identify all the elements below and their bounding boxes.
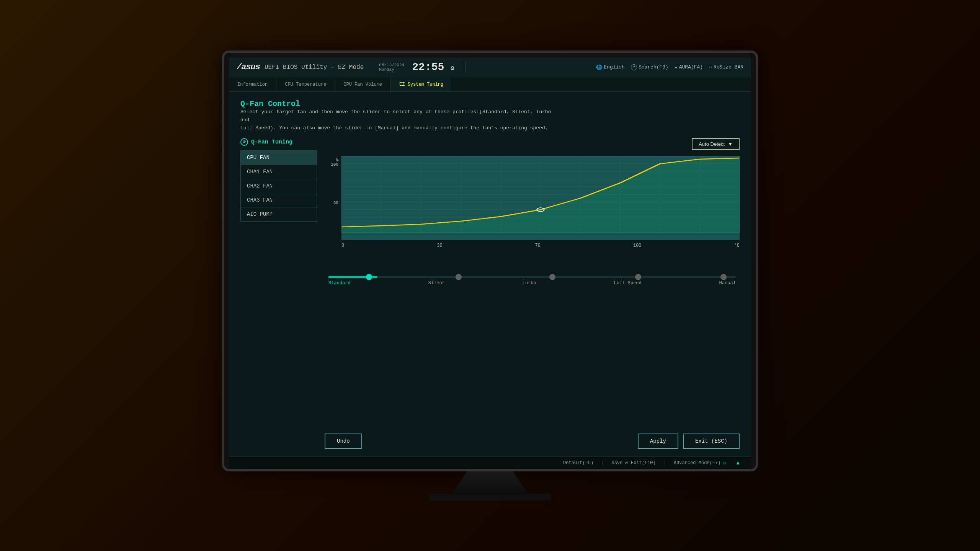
search-icon: ? [631,64,637,70]
slider-labels: Standard Silent Turbo Full Speed Manual [328,280,736,286]
x-unit-label: °C [734,243,740,248]
profile-label-turbo: Turbo [523,280,536,286]
qfan-icon: ⟳ [240,138,248,146]
language-button[interactable]: 🌐 English [596,64,625,70]
advanced-mode-icon: ⊡ [723,460,725,466]
date-display: 05/13/2024 Monday [379,63,404,72]
y-axis-labels: % 100 50 [325,156,338,240]
profile-label-standard: Standard [328,280,351,286]
settings-icon[interactable]: ⚙ [451,65,454,72]
slider-section: Standard Silent Turbo Full Speed Manual [325,268,740,286]
language-label: English [604,64,625,70]
top-bar: /asus UEFI BIOS Utility – EZ Mode 05/13/… [229,57,751,77]
x-axis-labels: 0 30 70 100 °C [341,243,740,248]
resize-bar-button[interactable]: ↔ ReSize BAR [709,64,743,70]
main-content: Q-Fan Control Select your target fan and… [229,92,751,456]
search-button[interactable]: ? Search(F9) [631,64,668,70]
advanced-mode-label: Advanced Mode(F7) [674,460,720,466]
right-buttons: Apply Exit (ESC) [638,434,740,449]
nav-arrow: ▲ [737,460,740,466]
slider-thumb-turbo[interactable] [549,274,555,280]
x-label-0: 0 [341,243,344,248]
resize-label: ReSize BAR [714,64,743,70]
chart-section: % 100 50 [325,156,740,259]
x-label-100: 100 [633,243,642,248]
tab-cpu-temp[interactable]: CPU Temperature [276,77,335,91]
resize-icon: ↔ [709,64,712,70]
left-panel: ⟳ Q-Fan Tuning CPU FAN CHA1 FAN CHA2 FAN… [240,138,317,449]
auto-detect-button[interactable]: Auto Detect ▼ [692,138,740,150]
advanced-mode-button[interactable]: Advanced Mode(F7) ⊡ [674,460,726,466]
qfan-header: ⟳ Q-Fan Tuning [240,138,317,146]
slider-thumb-manual[interactable] [720,274,727,280]
section-header: Q-Fan Control Select your target fan and… [240,99,740,132]
time-display: 22:55 ⚙ [412,61,454,73]
default-label: Default(F5) [563,460,593,466]
nav-tabs: Information CPU Temperature CPU Fan Volu… [229,77,751,92]
y-label-percent: % [325,158,338,162]
profile-label-manual: Manual [719,280,736,286]
top-bar-actions: 🌐 English ? Search(F9) ✦ AURA(F4) ↔ ReSi… [596,64,743,70]
monitor: /asus UEFI BIOS Utility – EZ Mode 05/13/… [222,51,758,471]
undo-button[interactable]: Undo [325,434,362,449]
search-label: Search(F9) [639,64,668,70]
auto-detect-label: Auto Detect [699,141,725,147]
fan-item-cpu[interactable]: CPU FAN [241,151,317,165]
fan-item-cha1[interactable]: CHA1 FAN [241,165,317,179]
save-exit-label: Save & Exit(F10) [612,460,656,466]
slider-thumb-full-speed[interactable] [635,274,641,280]
tab-cpu-fan-volume[interactable]: CPU Fan Volume [335,77,391,91]
nav-arrow-icon: ▲ [737,460,740,466]
right-panel: Auto Detect ▼ % 100 50 [325,138,740,449]
language-icon: 🌐 [596,64,602,70]
fan-control-area: ⟳ Q-Fan Tuning CPU FAN CHA1 FAN CHA2 FAN… [240,138,740,449]
fan-list: CPU FAN CHA1 FAN CHA2 FAN CHA3 FAN AIO P… [240,150,317,222]
datetime-section: 05/13/2024 Monday [379,63,404,72]
fan-item-aio[interactable]: AIO PUMP [241,207,317,221]
page-title: Q-Fan Control [240,99,740,108]
tab-information[interactable]: Information [229,77,276,91]
fan-item-cha3[interactable]: CHA3 FAN [241,193,317,207]
aura-button[interactable]: ✦ AURA(F4) [675,64,703,70]
save-exit-button[interactable]: Save & Exit(F10) [612,460,656,466]
slider-thumb-standard[interactable] [366,274,372,280]
exit-button[interactable]: Exit (ESC) [683,434,740,449]
auto-detect-arrow: ▼ [728,141,733,147]
y-label-100: 100 [325,162,338,167]
monitor-base [429,494,551,500]
action-buttons: Undo Apply Exit (ESC) [325,434,740,449]
slider-thumb-silent[interactable] [456,274,462,280]
x-label-70: 70 [535,243,541,248]
slider-track[interactable] [328,276,736,278]
x-label-30: 30 [437,243,442,248]
aura-icon: ✦ [675,64,678,70]
apply-button[interactable]: Apply [638,434,678,449]
profile-label-silent: Silent [428,280,445,286]
bottom-bar: Default(F5) | Save & Exit(F10) | Advance… [229,456,751,469]
asus-logo: /asus [237,62,260,72]
tab-ez-tuning[interactable]: EZ System Tuning [391,77,452,91]
y-label-50: 50 [325,201,338,205]
monitor-stand [452,471,528,494]
fan-curve-chart [341,156,740,240]
qfan-title: Q-Fan Tuning [251,139,292,145]
profile-label-full-speed: Full Speed [614,280,642,286]
default-button[interactable]: Default(F5) [563,460,593,466]
chart-header: Auto Detect ▼ [325,138,740,150]
aura-label: AURA(F4) [679,64,703,70]
bios-screen: /asus UEFI BIOS Utility – EZ Mode 05/13/… [229,57,751,469]
divider [465,62,466,73]
page-description: Select your target fan and then move the… [240,108,554,132]
fan-item-cha2[interactable]: CHA2 FAN [241,179,317,193]
bios-title: UEFI BIOS Utility – EZ Mode [265,64,364,71]
